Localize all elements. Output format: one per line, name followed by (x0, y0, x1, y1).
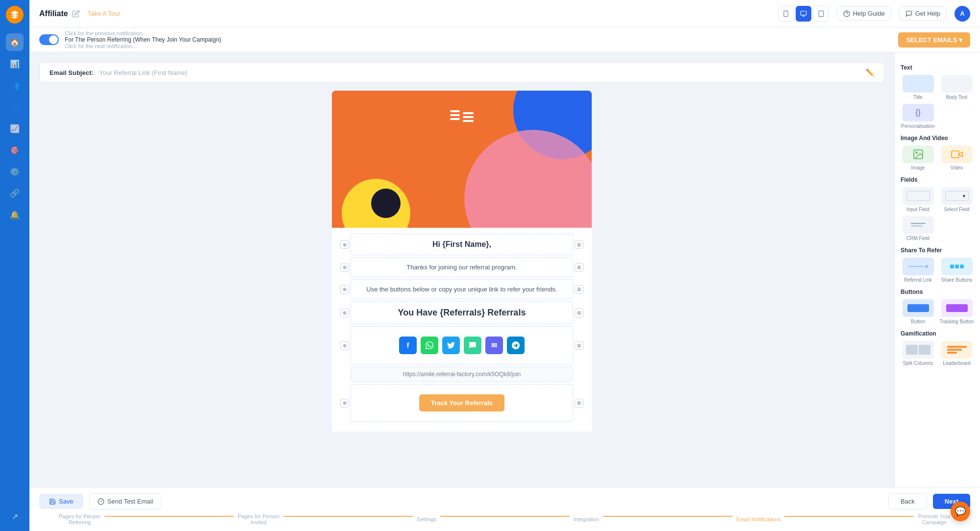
panel-crm-field[interactable]: CRM Field (901, 216, 935, 241)
fields-section-title: Fields (901, 176, 974, 183)
svg-point-16 (916, 152, 917, 153)
referral-link-icon (903, 258, 934, 275)
progress-step-1[interactable]: Pages for PersonReferring (59, 513, 101, 525)
share-btn-sms[interactable] (464, 337, 481, 354)
get-help-btn[interactable]: Get Help (899, 6, 947, 21)
view-desktop[interactable] (796, 6, 811, 22)
drag-handle-p2[interactable]: ⊕ (340, 285, 349, 294)
panel-leaderboard[interactable]: Leaderboard (939, 341, 974, 366)
progress-line-3 (440, 516, 570, 517)
share-btn-whatsapp[interactable] (421, 337, 438, 354)
share-btn-telegram[interactable] (507, 337, 525, 354)
svg-rect-11 (450, 118, 460, 120)
progress-line-4 (603, 516, 732, 517)
sidebar-analytics[interactable]: 📊 (6, 55, 24, 72)
drag-handle-p1[interactable]: ⊕ (340, 263, 349, 272)
email-block-track: ⊕ ⊞ Track Your Referrals (351, 384, 573, 422)
view-tablet[interactable] (813, 6, 829, 22)
topbar: Affiliate Take A Tour Help Guide Get Hel… (29, 0, 980, 27)
sidebar-users[interactable]: 👤 (6, 98, 24, 116)
title-icon (903, 75, 934, 93)
svg-rect-5 (819, 11, 823, 17)
panel-video[interactable]: Video (939, 145, 974, 170)
save-button[interactable]: Save (39, 494, 83, 509)
sidebar-campaigns[interactable]: 🎯 (6, 141, 24, 159)
paragraph1-text: Thanks for joining our referral program. (359, 264, 565, 271)
back-button[interactable]: Back (888, 493, 927, 509)
track-referrals-btn[interactable]: Track Your Referrals (419, 394, 504, 411)
drag-handle-referrals[interactable]: ⊕ (340, 309, 349, 317)
select-emails-btn[interactable]: SELECT EMAILS ▾ (898, 32, 970, 48)
progress-step-6[interactable]: Promote YourCampaign (918, 513, 951, 525)
progress-step-4[interactable]: Integration (574, 516, 599, 522)
email-card: ⊕ ⊞ Hi {First Name}, ⊕ ⊞ Thanks for join… (332, 91, 592, 477)
drag-handle-share[interactable]: ⊕ (340, 341, 349, 350)
panel-input-field[interactable]: Input Field (901, 187, 935, 212)
buttons-section-title: Buttons (901, 289, 974, 295)
edit-subject-icon[interactable]: ✏️ (866, 69, 874, 76)
share-btn-twitter[interactable] (442, 337, 460, 354)
panel-button[interactable]: Button (901, 299, 935, 324)
help-guide-btn[interactable]: Help Guide (837, 6, 891, 21)
delete-handle-track[interactable]: ⊞ (575, 399, 583, 408)
progress-line-2 (283, 516, 413, 517)
gamification-grid: Split Columns Leaderboard (901, 341, 974, 366)
svg-rect-10 (450, 114, 460, 116)
referral-link-block: https://amile.referral-factory.com/k5OQk… (351, 366, 573, 382)
panel-split-columns[interactable]: Split Columns (901, 341, 935, 366)
share-btn-facebook[interactable]: f (399, 337, 417, 354)
panel-share-buttons[interactable]: Share Buttons (939, 258, 974, 283)
panel-tracking-button[interactable]: Tracking Button (939, 299, 974, 324)
page-title: Affiliate (39, 9, 80, 18)
sidebar-home[interactable]: 🏠 (6, 33, 24, 51)
view-mobile[interactable] (778, 6, 794, 22)
panel-image[interactable]: Image (901, 145, 935, 170)
share-buttons-row: f ✉ (359, 333, 565, 358)
delete-handle-referrals[interactable]: ⊞ (575, 309, 583, 317)
circle-black (371, 189, 401, 218)
chat-bubble[interactable]: 💬 (951, 502, 970, 521)
svg-rect-18 (952, 151, 959, 158)
panel-personalisation[interactable]: {} Personalisation (901, 104, 935, 129)
share-refer-grid: Referral Link Share Buttons (901, 258, 974, 283)
image-video-section-title: Image And Video (901, 135, 974, 142)
progress-step-3[interactable]: Settings (417, 516, 436, 522)
sidebar-contacts[interactable]: 👥 (6, 76, 24, 94)
svg-rect-12 (463, 112, 474, 114)
delete-handle-p2[interactable]: ⊞ (575, 285, 583, 294)
svg-rect-2 (801, 11, 806, 15)
progress-bar: Pages for PersonReferring Pages for Pers… (39, 513, 970, 525)
bottom-actions: Save Send Test Email Back Next (39, 493, 970, 509)
crm-grid: CRM Field (901, 216, 974, 241)
delete-handle-p1[interactable]: ⊞ (575, 263, 583, 272)
send-test-email-button[interactable]: Send Test Email (89, 493, 162, 509)
svg-rect-0 (784, 11, 788, 17)
drag-handle-track[interactable]: ⊕ (340, 399, 349, 408)
user-avatar[interactable]: A (955, 6, 970, 22)
panel-referral-link[interactable]: Referral Link (901, 258, 935, 283)
sidebar-share[interactable]: ↗ (6, 507, 24, 525)
panel-select-field[interactable]: ▼ Select Field (939, 187, 974, 212)
share-btn-email[interactable]: ✉ (485, 337, 503, 354)
progress-step-5[interactable]: Email Notifications (736, 516, 780, 522)
circle-pink (464, 130, 592, 228)
email-subject-input[interactable] (100, 69, 860, 76)
sidebar-integrations[interactable]: 🔗 (6, 184, 24, 202)
greeting-text: Hi {First Name}, (359, 240, 565, 249)
sidebar-settings[interactable]: ⚙️ (6, 163, 24, 180)
tour-link[interactable]: Take A Tour (88, 10, 121, 17)
panel-title[interactable]: Title (901, 75, 935, 100)
email-block-share: ⊕ ⊞ f (351, 326, 573, 364)
progress-step-2[interactable]: Pages for PersonInvited (238, 513, 279, 525)
notification-bar: Click for the previous notification... F… (29, 27, 980, 52)
app-logo[interactable] (6, 6, 24, 24)
delete-handle-share[interactable]: ⊞ (575, 341, 583, 350)
drag-handle-greeting[interactable]: ⊕ (340, 240, 349, 249)
delete-handle-greeting[interactable]: ⊞ (575, 240, 583, 249)
sidebar-notifications[interactable]: 🔔 (6, 206, 24, 223)
panel-body-text[interactable]: Body Text (939, 75, 974, 100)
view-toggle (778, 6, 829, 22)
sidebar-reports[interactable]: 📈 (6, 120, 24, 137)
main-content: Affiliate Take A Tour Help Guide Get Hel… (29, 0, 980, 531)
notification-toggle[interactable] (39, 34, 59, 45)
